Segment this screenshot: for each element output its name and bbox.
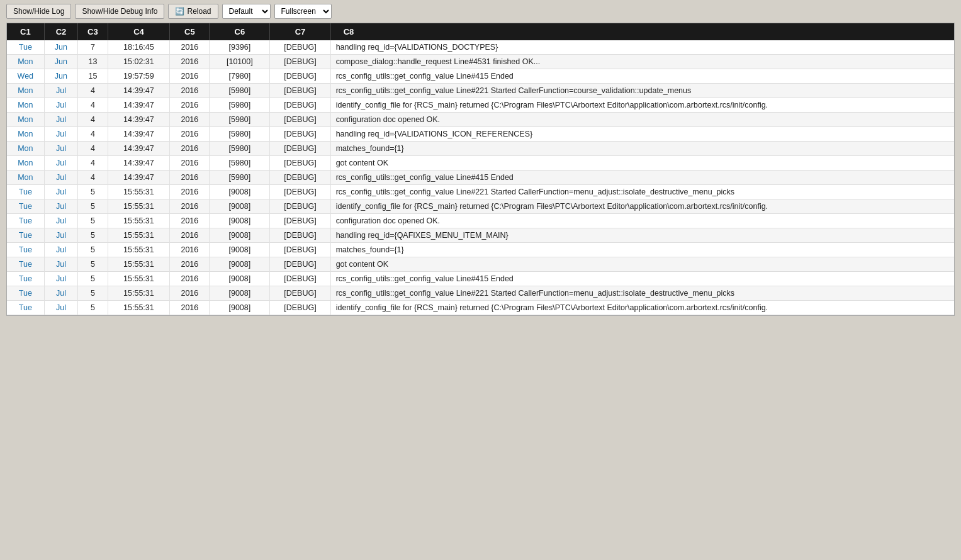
table-row[interactable]: MonJul414:39:472016[5980][DEBUG]rcs_conf… (7, 84, 954, 98)
table-row[interactable]: TueJul515:55:312016[9008][DEBUG]rcs_conf… (7, 286, 954, 301)
cell-col-level: [DEBUG] (270, 257, 330, 272)
cell-col-level: [DEBUG] (270, 98, 330, 113)
cell-col-month: Jul (44, 301, 78, 315)
cell-col-msg: handling req_id={QAFIXES_MENU_ITEM_MAIN} (330, 228, 954, 243)
cell-col-num: 7 (78, 40, 108, 55)
reload-button[interactable]: 🔄 Reload (168, 4, 218, 19)
cell-col-pid: [9008] (210, 257, 270, 272)
cell-col-level: [DEBUG] (270, 55, 330, 69)
cell-col-year: 2016 (170, 156, 210, 171)
show-hide-debug-button[interactable]: Show/Hide Debug Info (75, 4, 164, 19)
col-header-c3[interactable]: C3 (78, 23, 108, 40)
view-select[interactable]: FullscreenWindowedCompact (274, 4, 332, 19)
cell-col-year: 2016 (170, 228, 210, 243)
cell-col-num: 5 (78, 214, 108, 228)
table-row[interactable]: TueJul515:55:312016[9008][DEBUG]configur… (7, 214, 954, 228)
cell-col-year: 2016 (170, 214, 210, 228)
cell-col-day: Tue (7, 257, 44, 272)
cell-col-time: 15:55:31 (108, 185, 170, 199)
table-row[interactable]: MonJul414:39:472016[5980][DEBUG]got cont… (7, 156, 954, 171)
cell-col-day: Mon (7, 84, 44, 98)
cell-col-msg: matches_found={1} (330, 142, 954, 156)
cell-col-time: 19:57:59 (108, 69, 170, 84)
cell-col-year: 2016 (170, 185, 210, 199)
table-row[interactable]: MonJul414:39:472016[5980][DEBUG]rcs_conf… (7, 171, 954, 185)
cell-col-time: 15:55:31 (108, 286, 170, 301)
table-row[interactable]: TueJul515:55:312016[9008][DEBUG]rcs_conf… (7, 185, 954, 199)
cell-col-num: 4 (78, 171, 108, 185)
cell-col-pid: [5980] (210, 142, 270, 156)
default-select[interactable]: DefaultOption1Option2 (222, 4, 271, 19)
col-header-c2[interactable]: C2 (44, 23, 78, 40)
cell-col-level: [DEBUG] (270, 301, 330, 315)
col-header-c4[interactable]: C4 (108, 23, 170, 40)
table-row[interactable]: TueJul515:55:312016[9008][DEBUG]matches_… (7, 243, 954, 257)
cell-col-year: 2016 (170, 243, 210, 257)
cell-col-year: 2016 (170, 286, 210, 301)
cell-col-day: Tue (7, 185, 44, 199)
table-row[interactable]: TueJul515:55:312016[9008][DEBUG]rcs_conf… (7, 272, 954, 286)
cell-col-pid: [5980] (210, 171, 270, 185)
cell-col-num: 4 (78, 84, 108, 98)
cell-col-level: [DEBUG] (270, 156, 330, 171)
col-header-c8[interactable]: C8 (330, 23, 954, 40)
table-row[interactable]: TueJul515:55:312016[9008][DEBUG]got cont… (7, 257, 954, 272)
cell-col-day: Tue (7, 301, 44, 315)
table-row[interactable]: MonJul414:39:472016[5980][DEBUG]matches_… (7, 142, 954, 156)
cell-col-time: 15:55:31 (108, 272, 170, 286)
table-scroll-area[interactable]: C1 C2 C3 C4 C5 C6 C7 C8 TueJun718:16:452… (7, 23, 954, 315)
cell-col-day: Mon (7, 113, 44, 127)
cell-col-time: 14:39:47 (108, 113, 170, 127)
cell-col-month: Jul (44, 84, 78, 98)
table-row[interactable]: MonJun1315:02:312016[10100][DEBUG]compos… (7, 55, 954, 69)
cell-col-time: 15:02:31 (108, 55, 170, 69)
cell-col-num: 4 (78, 156, 108, 171)
cell-col-level: [DEBUG] (270, 69, 330, 84)
table-row[interactable]: TueJul515:55:312016[9008][DEBUG]handling… (7, 228, 954, 243)
col-header-c5[interactable]: C5 (170, 23, 210, 40)
log-table: C1 C2 C3 C4 C5 C6 C7 C8 TueJun718:16:452… (7, 23, 954, 315)
cell-col-month: Jul (44, 257, 78, 272)
cell-col-level: [DEBUG] (270, 228, 330, 243)
table-row[interactable]: TueJul515:55:312016[9008][DEBUG]identify… (7, 301, 954, 315)
col-header-c1[interactable]: C1 (7, 23, 44, 40)
cell-col-pid: [9008] (210, 243, 270, 257)
cell-col-day: Mon (7, 142, 44, 156)
col-header-c6[interactable]: C6 (210, 23, 270, 40)
show-hide-log-button[interactable]: Show/Hide Log (6, 4, 71, 19)
cell-col-pid: [9008] (210, 185, 270, 199)
cell-col-day: Mon (7, 156, 44, 171)
table-row[interactable]: MonJul414:39:472016[5980][DEBUG]handling… (7, 127, 954, 142)
cell-col-day: Tue (7, 40, 44, 55)
cell-col-year: 2016 (170, 142, 210, 156)
cell-col-msg: rcs_config_utils::get_config_value Line#… (330, 286, 954, 301)
cell-col-msg: identify_config_file for {RCS_main} retu… (330, 301, 954, 315)
table-row[interactable]: TueJul515:55:312016[9008][DEBUG]identify… (7, 199, 954, 214)
cell-col-msg: configuration doc opened OK. (330, 113, 954, 127)
cell-col-day: Tue (7, 243, 44, 257)
cell-col-day: Tue (7, 199, 44, 214)
cell-col-day: Mon (7, 127, 44, 142)
cell-col-month: Jun (44, 69, 78, 84)
table-row[interactable]: MonJul414:39:472016[5980][DEBUG]configur… (7, 113, 954, 127)
cell-col-num: 4 (78, 127, 108, 142)
cell-col-time: 15:55:31 (108, 301, 170, 315)
table-row[interactable]: TueJun718:16:452016[9396][DEBUG]handling… (7, 40, 954, 55)
cell-col-msg: got content OK (330, 156, 954, 171)
table-row[interactable]: MonJul414:39:472016[5980][DEBUG]identify… (7, 98, 954, 113)
cell-col-year: 2016 (170, 171, 210, 185)
cell-col-num: 5 (78, 243, 108, 257)
cell-col-month: Jun (44, 55, 78, 69)
cell-col-time: 14:39:47 (108, 84, 170, 98)
cell-col-time: 15:55:31 (108, 228, 170, 243)
cell-col-time: 15:55:31 (108, 199, 170, 214)
cell-col-time: 15:55:31 (108, 257, 170, 272)
cell-col-msg: configuration doc opened OK. (330, 214, 954, 228)
cell-col-day: Tue (7, 214, 44, 228)
col-header-c7[interactable]: C7 (270, 23, 330, 40)
cell-col-num: 4 (78, 142, 108, 156)
table-row[interactable]: WedJun1519:57:592016[7980][DEBUG]rcs_con… (7, 69, 954, 84)
cell-col-pid: [10100] (210, 55, 270, 69)
table-header-row: C1 C2 C3 C4 C5 C6 C7 C8 (7, 23, 954, 40)
cell-col-month: Jul (44, 113, 78, 127)
